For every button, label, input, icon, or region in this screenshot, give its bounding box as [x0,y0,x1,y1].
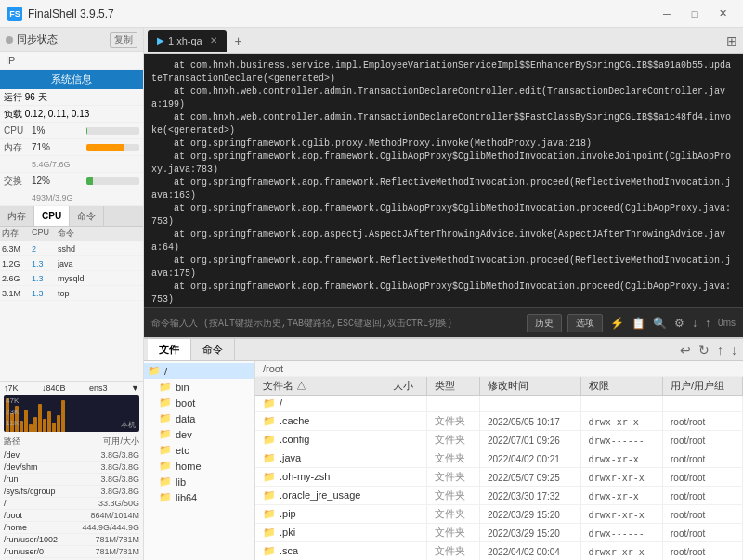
folder-icon: 📁 [159,491,172,503]
file-row[interactable]: 📁.config 文件夹 2022/07/01 09:26 drwx------… [255,431,743,449]
upload-icon-button[interactable]: ↑ [715,341,725,359]
file-name-cell: 📁.sca [255,542,385,561]
tab-command[interactable]: 命令 [191,339,235,360]
app-body: 同步状态 复制 IP 系统信息 运行 96 天 负载 0.12, 0.11, 0… [0,28,743,560]
file-row[interactable]: 📁.cache 文件夹 2022/05/05 10:17 drwx-xr-x r… [255,412,743,431]
file-tree: 📁 / 📁 bin 📁 boot 📁 data [144,361,255,560]
grid-layout-button[interactable]: ⊞ [724,32,739,50]
file-browser: 📁 / 📁 bin 📁 boot 📁 data [144,361,743,560]
file-perm-cell: drwx------ [580,431,662,449]
search-icon-button[interactable]: 🔍 [651,315,669,332]
minimize-button[interactable]: ─ [654,4,680,24]
file-row[interactable]: 📁.pip 文件夹 2022/03/29 15:20 drwxr-xr-x ro… [255,505,743,524]
file-size-cell [385,396,427,412]
sidebar-top: 同步状态 复制 [0,28,143,52]
sync-status: 同步状态 [6,33,58,46]
file-row[interactable]: 📁.java 文件夹 2022/04/02 00:21 drwx-xr-x ro… [255,449,743,468]
disk-header-path: 路径 [4,436,20,448]
tab-cmd[interactable]: 命令 [70,206,104,226]
file-row[interactable]: 📁.pki 文件夹 2022/03/29 15:20 drwx------ ro… [255,524,743,542]
swap-detail: 493M/3.9G [32,193,73,202]
terminal-line: at org.springframework.aop.framework.Cgl… [151,280,736,306]
terminal-tab-active[interactable]: ▶ 1 xh-qa ✕ [148,30,227,52]
file-modified-cell: 2022/05/07 09:25 [480,468,581,487]
terminal-output: at com.hnxh.business.service.impl.Employ… [144,54,743,307]
file-owner-cell: root/root [663,412,743,431]
download-icon-button[interactable]: ↓ [729,341,739,359]
copy-button[interactable]: 复制 [110,32,137,48]
file-row-root[interactable]: 📁/ [255,396,743,412]
close-button[interactable]: ✕ [710,4,736,24]
tab-icon: ▶ [157,35,164,46]
net-bar [61,400,65,432]
ph-cpu: CPU [32,228,58,240]
folder-icon: 📁 [263,508,276,519]
file-row[interactable]: 📁.oracle_jre_usage 文件夹 2022/03/30 17:32 … [255,487,743,505]
refresh-icon-button[interactable]: ↻ [697,341,711,359]
tree-item-bin[interactable]: 📁 bin [144,379,254,395]
tab-close-icon[interactable]: ✕ [210,35,217,46]
history-button[interactable]: 历史 [527,314,562,332]
file-type-cell: 文件夹 [426,505,479,524]
process-tabs: 内存 CPU 命令 [0,206,143,227]
system-info-header: 系统信息 [0,70,143,89]
folder-icon: 📁 [263,489,276,501]
tab-mem[interactable]: 内存 [0,206,34,226]
col-owner: 用户/用户组 [663,377,743,396]
tree-item-boot[interactable]: 📁 boot [144,395,254,410]
file-type-cell: 文件夹 [426,449,479,468]
app-title: FinalShell 3.9.5.7 [28,7,114,20]
tree-item-home[interactable]: 📁 home [144,458,254,474]
lightning-icon-button[interactable]: ⚡ [608,315,626,332]
file-row[interactable]: 📁.oh-my-zsh 文件夹 2022/05/07 09:25 drwxr-x… [255,468,743,487]
tree-item-lib[interactable]: 📁 lib [144,474,254,489]
file-size-cell [385,505,427,524]
mem-row: 内存 71% [0,139,143,156]
file-modified-cell: 2022/03/30 17:32 [480,487,581,505]
net-range-mid: 23K [6,408,19,416]
file-type-cell: 文件夹 [426,412,479,431]
file-row[interactable]: 📁.sca 文件夹 2022/04/02 00:04 drwxr-xr-x ro… [255,542,743,561]
history-icon-button[interactable]: ↩ [678,341,693,359]
disk-row: /dev3.8G/3.8G [4,449,139,462]
copy-icon-button[interactable]: 📋 [630,315,647,332]
network-header: ↑7K ↓840B ens3 ▼ [4,384,139,393]
window-controls: ─ □ ✕ [654,4,736,24]
swap-bar-container [86,177,139,185]
disk-row: /run/user/0781M/781M [4,546,139,558]
tree-item-lib64[interactable]: 📁 lib64 [144,489,254,505]
up-icon-button[interactable]: ↑ [703,315,712,332]
folder-icon: 📁 [263,471,276,482]
tree-item-dev[interactable]: 📁 dev [144,426,254,442]
sidebar: 同步状态 复制 IP 系统信息 运行 96 天 负载 0.12, 0.11, 0… [0,28,144,560]
maximize-button[interactable]: □ [682,4,708,24]
load-info: 负载 0.12, 0.11, 0.13 [0,106,143,123]
option-button[interactable]: 选项 [567,314,603,332]
tab-file[interactable]: 文件 [148,339,191,360]
settings-icon-button[interactable]: ⚙ [672,315,686,332]
cpu-row: CPU 1% [0,123,143,139]
file-name-cell: 📁.config [255,431,385,449]
terminal-tabs-bar: ▶ 1 xh-qa ✕ + ⊞ [144,28,743,54]
tree-item-etc[interactable]: 📁 etc [144,442,254,458]
folder-icon: 📁 [148,365,161,377]
cpu-label: CPU [4,125,32,136]
mem-bar [86,144,124,151]
cmd-placeholder: 命令输入入 (按ALT键提示历史,TAB键路径,ESC键返回,双击CTRL切换) [151,317,521,330]
tree-item-data[interactable]: 📁 data [144,410,254,426]
add-tab-button[interactable]: + [228,31,249,51]
file-path-bar: /root [255,361,743,377]
process-table-header: 内存 CPU 命令 [0,227,143,241]
net-bar [57,415,60,432]
terminal-line: at org.springframework.aop.framework.Ref… [151,254,736,280]
file-owner-cell: root/root [663,524,743,542]
tree-item-root[interactable]: 📁 / [144,363,254,379]
folder-icon: 📁 [263,527,276,538]
bottom-controls: ↩ ↻ ↑ ↓ [678,341,739,359]
col-filename: 文件名 △ [255,377,385,396]
tab-cpu[interactable]: CPU [34,206,70,226]
file-modified-cell [480,396,581,412]
down-icon-button[interactable]: ↓ [690,315,699,332]
folder-icon: 📁 [159,381,172,393]
app-icon: FS [7,7,22,21]
